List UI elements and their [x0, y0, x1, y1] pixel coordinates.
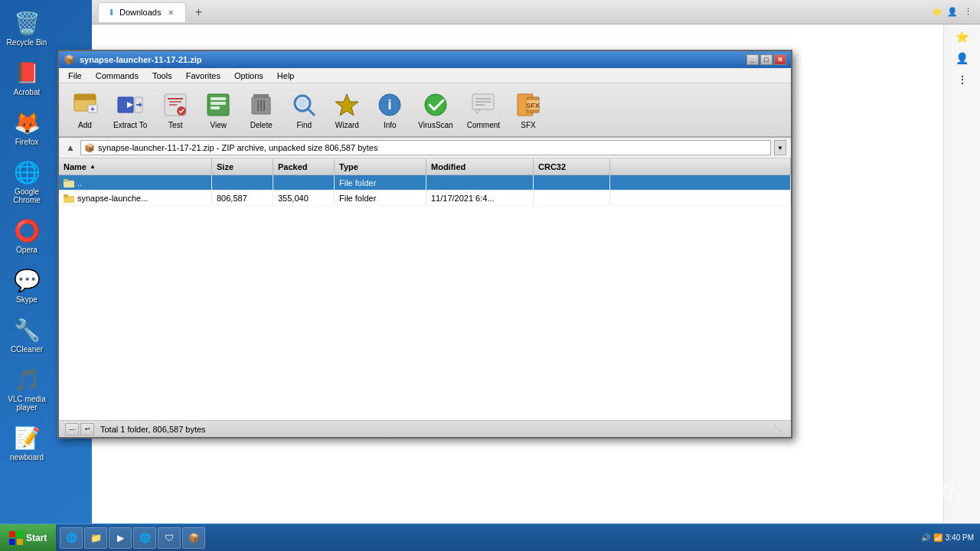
desktop-icons-container: 🗑️ Recycle Bin 📕 Acrobat 🦊 Firefox 🌐 Goo… [0, 0, 54, 471]
desktop-icon-recycle-bin[interactable]: 🗑️ Recycle Bin [2, 6, 51, 50]
browser-star-button[interactable]: ⭐ [931, 6, 943, 18]
addressbar-back-button[interactable]: ▲ [64, 141, 77, 155]
menu-favorites[interactable]: Favorites [180, 69, 227, 83]
recycle-bin-label: Recycle Bin [7, 38, 47, 47]
browser-tab-downloads[interactable]: ⬇ Downloads ✕ [98, 2, 186, 22]
svg-text:i: i [388, 97, 392, 112]
svg-point-21 [298, 99, 307, 108]
windows-logo-icon [9, 531, 23, 545]
add-icon: + [70, 90, 100, 119]
taskbar-ie[interactable]: 🌐 [60, 527, 83, 549]
column-header-type[interactable]: Type [335, 158, 426, 174]
svg-text:SFX: SFX [526, 102, 540, 109]
winrar-close-button[interactable]: ✕ [774, 54, 786, 65]
explorer-icon: 📁 [90, 532, 102, 544]
taskbar-security[interactable]: 🛡 [158, 527, 181, 549]
status-btn-1[interactable]: — [65, 423, 79, 435]
menu-file[interactable]: File [62, 69, 88, 83]
toolbar-extract-label: Extract To [113, 121, 147, 129]
winrar-list-header: Name ▲ Size Packed Type Modified CRC32 [59, 158, 791, 175]
winrar-window: 📦 synapse-launcher-11-17-21.zip _ □ ✕ Fi… [57, 50, 792, 439]
winrar-toolbar: + Add Extract To [59, 83, 791, 138]
taskbar-media[interactable]: ▶ [109, 527, 132, 549]
desktop-icon-ccleaner[interactable]: 🔧 CCleaner [2, 313, 51, 357]
acrobat-icon: 📕 [13, 59, 41, 86]
skype-icon: 💬 [13, 266, 41, 294]
toolbar-info-label: Info [384, 121, 397, 129]
desktop-icon-firefox[interactable]: 🦊 Firefox [2, 106, 51, 149]
taskbar-items: 🌐 📁 ▶ 🌐 🛡 📦 [57, 524, 914, 551]
menu-commands[interactable]: Commands [90, 69, 145, 83]
taskbar: Start 🌐 📁 ▶ 🌐 🛡 📦 🔊 📶 [0, 523, 980, 551]
column-header-size[interactable]: Size [212, 158, 273, 174]
winrar-restore-button[interactable]: □ [760, 54, 773, 65]
toolbar-add-button[interactable]: + Add [65, 86, 105, 133]
table-row[interactable]: .. File folder [59, 175, 791, 191]
column-header-name[interactable]: Name ▲ [59, 158, 212, 174]
toolbar-extract-button[interactable]: Extract To [108, 86, 152, 133]
svg-point-26 [425, 94, 446, 116]
info-icon: i [375, 90, 404, 119]
opera-label: Opera [16, 246, 38, 254]
find-icon [289, 90, 318, 119]
new-tab-button[interactable]: + [189, 3, 207, 21]
table-row[interactable]: synapse-launche... 806,587 355,040 File … [59, 191, 791, 206]
toolbar-find-button[interactable]: Find [284, 86, 324, 133]
toolbar-wizard-label: Wizard [335, 121, 359, 129]
start-button[interactable]: Start [0, 524, 57, 551]
taskbar-system-tray: 🔊 📶 3:40 PM [915, 533, 980, 542]
toolbar-virusscan-button[interactable]: VirusScan [413, 86, 458, 133]
network-icon[interactable]: 📶 [933, 533, 942, 542]
addressbar-input[interactable]: 📦 synapse-launcher-11-17-21.zip - ZIP ar… [80, 140, 771, 155]
taskbar-explorer[interactable]: 📁 [84, 527, 107, 549]
toolbar-test-label: Test [168, 121, 182, 129]
toolbar-view-button[interactable]: View [198, 86, 238, 133]
desktop-icon-skype[interactable]: 💬 Skype [2, 263, 51, 307]
status-resize-handle[interactable]: ⋱ [774, 424, 785, 435]
desktop-icon-chrome[interactable]: 🌐 Google Chrome [2, 155, 51, 207]
toolbar-test-button[interactable]: Test [155, 86, 195, 133]
winrar-minimize-button[interactable]: _ [746, 54, 759, 65]
menu-options[interactable]: Options [228, 69, 270, 83]
column-header-packed[interactable]: Packed [273, 158, 335, 174]
status-btn-2[interactable]: ↩ [80, 423, 94, 435]
winrar-statusbar: — ↩ Total 1 folder, 806,587 bytes ⋱ [59, 420, 791, 437]
toolbar-sfx-button[interactable]: SFX SFX [508, 86, 548, 133]
firefox-icon: 🦊 [13, 109, 41, 136]
taskbar-winrar[interactable]: 📦 [182, 527, 205, 549]
speaker-icon[interactable]: 🔊 [921, 533, 930, 542]
desktop-icon-vlc[interactable]: 🎵 VLC media player [2, 363, 51, 415]
winrar-title-text: synapse-launcher-11-17-21.zip [80, 55, 742, 64]
toolbar-comment-button[interactable]: Comment [462, 86, 505, 133]
desktop-icon-acrobat[interactable]: 📕 Acrobat [2, 56, 51, 99]
delete-icon [247, 90, 276, 119]
menu-help[interactable]: Help [271, 69, 301, 83]
toolbar-delete-button[interactable]: Delete [241, 86, 281, 133]
column-header-crc32[interactable]: CRC32 [534, 158, 610, 174]
toolbar-info-button[interactable]: i Info [370, 86, 410, 133]
chrome-label: Google Chrome [5, 187, 48, 204]
addressbar-dropdown[interactable]: ▼ [774, 140, 786, 155]
browser-tab-label: Downloads [119, 8, 161, 17]
browser-sidebar-profile[interactable]: 👤 [956, 52, 969, 64]
menu-tools[interactable]: Tools [146, 69, 178, 83]
toolbar-wizard-button[interactable]: Wizard [327, 86, 367, 133]
browser-sidebar-options[interactable]: ⋮ [957, 73, 968, 86]
taskbar-chrome[interactable]: 🌐 [133, 527, 156, 549]
cell-modified-parent [426, 175, 534, 190]
desktop-icon-newboard[interactable]: 📝 newboard [2, 421, 51, 465]
browser-sidebar-star[interactable]: ⭐ [956, 31, 969, 43]
winrar-menubar: File Commands Tools Favorites Options He… [59, 68, 791, 83]
desktop-icon-opera[interactable]: ⭕ Opera [2, 214, 51, 257]
svg-rect-15 [253, 94, 269, 97]
comment-icon [469, 90, 498, 119]
browser-profile-button[interactable]: 👤 [946, 6, 959, 18]
sfx-icon: SFX [514, 90, 543, 119]
column-header-modified[interactable]: Modified [426, 158, 534, 174]
cell-name-parent: .. [59, 175, 212, 190]
cell-crc32-synapse [534, 191, 610, 205]
svg-line-22 [308, 109, 314, 115]
browser-menu-button[interactable]: ⋮ [962, 6, 974, 18]
tab-close-button[interactable]: ✕ [165, 7, 176, 18]
cell-type-parent: File folder [335, 175, 426, 190]
